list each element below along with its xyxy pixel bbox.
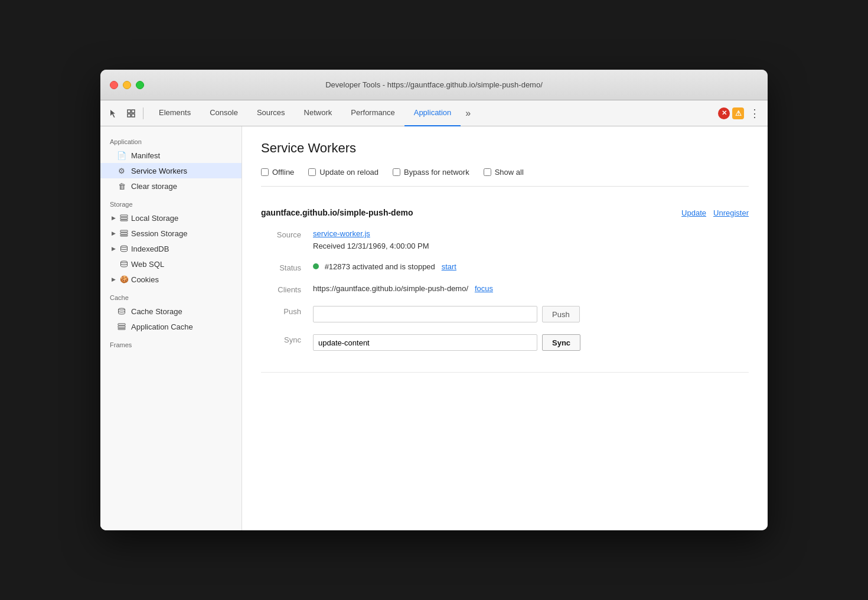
- local-storage-icon: [119, 213, 129, 223]
- status-label: Status: [261, 262, 308, 272]
- unregister-link[interactable]: Unregister: [713, 208, 749, 217]
- sidebar-section-cache: Cache: [100, 287, 242, 304]
- toolbar-right: ✕ ⚠ ⋮: [718, 105, 763, 122]
- expand-arrow-cookies: ▶: [110, 276, 117, 283]
- expand-arrow-session-storage: ▶: [110, 230, 117, 237]
- warning-count-badge[interactable]: ⚠: [732, 107, 744, 119]
- cookies-icon: 🍪: [119, 275, 129, 284]
- received-value: Received 12/31/1969, 4:00:00 PM: [313, 242, 429, 250]
- options-row: Offline Update on reload Bypass for netw…: [261, 168, 749, 187]
- traffic-lights: [110, 81, 144, 89]
- devtools-window: Developer Tools - https://gauntface.gith…: [100, 70, 768, 530]
- focus-link[interactable]: focus: [475, 284, 493, 293]
- svg-rect-13: [118, 324, 125, 325]
- svg-point-10: [121, 246, 128, 247]
- svg-rect-3: [132, 114, 135, 117]
- cache-storage-icon: [117, 306, 126, 316]
- sidebar-item-web-sql[interactable]: Web SQL: [100, 256, 242, 272]
- session-storage-icon: [119, 229, 129, 238]
- tab-sources[interactable]: Sources: [247, 100, 295, 126]
- sw-origin-text: gauntface.github.io/simple-push-demo: [261, 208, 413, 217]
- main-layout: Application 📄 Manifest ⚙ Service Workers…: [100, 126, 768, 530]
- update-link[interactable]: Update: [681, 208, 706, 217]
- minimize-button[interactable]: [123, 81, 131, 89]
- svg-rect-8: [120, 233, 128, 234]
- status-dot: [313, 263, 319, 269]
- svg-rect-4: [120, 215, 128, 217]
- titlebar: Developer Tools - https://gauntface.gith…: [100, 70, 768, 100]
- sync-label: Sync: [261, 334, 308, 344]
- show-all-checkbox[interactable]: [484, 168, 491, 176]
- sidebar-item-clear-storage[interactable]: 🗑 Clear storage: [100, 178, 242, 194]
- svg-rect-0: [128, 110, 130, 113]
- tab-elements[interactable]: Elements: [149, 100, 200, 126]
- sidebar-item-manifest[interactable]: 📄 Manifest: [100, 148, 242, 163]
- service-worker-entry: gauntface.github.io/simple-push-demo Upd…: [261, 198, 749, 373]
- svg-rect-1: [132, 110, 135, 113]
- svg-rect-14: [118, 326, 125, 328]
- svg-point-11: [121, 261, 128, 263]
- expand-arrow-indexeddb: ▶: [110, 245, 117, 252]
- status-value: #12873 activated and is stopped start: [313, 262, 749, 271]
- push-input-row: Push: [313, 306, 749, 322]
- source-label: Source: [261, 229, 308, 239]
- maximize-button[interactable]: [136, 81, 144, 89]
- sw-origin-row: gauntface.github.io/simple-push-demo Upd…: [261, 208, 749, 217]
- tab-application[interactable]: Application: [404, 100, 461, 126]
- sync-input[interactable]: [313, 334, 537, 351]
- offline-checkbox[interactable]: [261, 168, 269, 176]
- clients-value: https://gauntface.github.io/simple-push-…: [313, 284, 749, 293]
- more-options-button[interactable]: ⋮: [746, 105, 763, 122]
- sidebar-item-indexeddb[interactable]: ▶ IndexedDB: [100, 241, 242, 256]
- source-file-link[interactable]: service-worker.js: [313, 229, 370, 238]
- content-area: Service Workers Offline Update on reload…: [242, 126, 768, 530]
- sidebar-item-cache-storage[interactable]: Cache Storage: [100, 304, 242, 319]
- svg-point-12: [119, 308, 125, 310]
- tab-network[interactable]: Network: [295, 100, 342, 126]
- sidebar-item-session-storage[interactable]: ▶ Session Storage: [100, 226, 242, 241]
- sync-button[interactable]: Sync: [542, 334, 580, 351]
- more-tabs-button[interactable]: »: [461, 100, 475, 126]
- bypass-for-network-checkbox-label[interactable]: Bypass for network: [393, 168, 469, 177]
- push-input[interactable]: [313, 306, 537, 322]
- sidebar-item-application-cache[interactable]: Application Cache: [100, 319, 242, 334]
- trash-icon: 🗑: [117, 181, 126, 191]
- start-link[interactable]: start: [442, 262, 456, 271]
- window-title: Developer Tools - https://gauntface.gith…: [325, 80, 543, 89]
- clients-label: Clients: [261, 284, 308, 294]
- bypass-for-network-checkbox[interactable]: [393, 168, 400, 176]
- svg-rect-6: [120, 220, 128, 221]
- svg-rect-7: [120, 230, 128, 232]
- sidebar-item-cookies[interactable]: ▶ 🍪 Cookies: [100, 272, 242, 287]
- sidebar-item-local-storage[interactable]: ▶ Local Storage: [100, 210, 242, 226]
- update-on-reload-checkbox[interactable]: [308, 168, 316, 176]
- svg-rect-9: [120, 235, 128, 236]
- toolbar: Elements Console Sources Network Perform…: [100, 100, 768, 126]
- gear-icon: ⚙: [117, 166, 126, 175]
- inspect-icon[interactable]: [123, 105, 139, 122]
- offline-checkbox-label[interactable]: Offline: [261, 168, 294, 177]
- expand-arrow-local-storage: ▶: [110, 214, 117, 221]
- web-sql-icon: [119, 259, 129, 269]
- sw-origin-actions: Update Unregister: [681, 208, 749, 217]
- svg-rect-15: [118, 328, 125, 330]
- sidebar-section-application: Application: [100, 131, 242, 148]
- sidebar-section-frames: Frames: [100, 334, 242, 351]
- show-all-checkbox-label[interactable]: Show all: [484, 168, 524, 177]
- svg-rect-2: [128, 114, 130, 117]
- sidebar-section-storage: Storage: [100, 194, 242, 210]
- close-button[interactable]: [110, 81, 118, 89]
- push-button[interactable]: Push: [542, 306, 580, 322]
- status-text: #12873 activated and is stopped: [325, 262, 435, 271]
- svg-rect-5: [120, 217, 128, 219]
- error-count-badge[interactable]: ✕: [718, 107, 730, 119]
- toolbar-separator: [143, 107, 143, 119]
- push-label: Push: [261, 306, 308, 316]
- source-value: service-worker.js Received 12/31/1969, 4…: [313, 229, 749, 250]
- tab-performance[interactable]: Performance: [341, 100, 404, 126]
- tab-console[interactable]: Console: [200, 100, 247, 126]
- sidebar-item-service-workers[interactable]: ⚙ Service Workers: [100, 163, 242, 178]
- cursor-icon[interactable]: [105, 105, 122, 122]
- update-on-reload-checkbox-label[interactable]: Update on reload: [308, 168, 378, 177]
- tab-navigation: Elements Console Sources Network Perform…: [149, 100, 717, 126]
